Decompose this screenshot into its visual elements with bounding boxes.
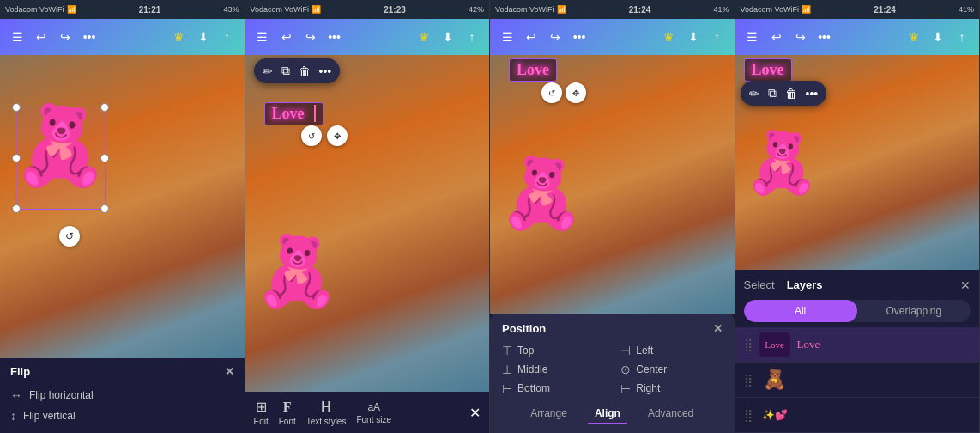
menu-icon-2[interactable]: ☰ xyxy=(254,28,271,46)
share-icon-4[interactable]: ↑ xyxy=(953,28,971,46)
position-left[interactable]: ⊣ Left xyxy=(620,344,722,357)
rotate-handle-1[interactable]: ↺ xyxy=(59,226,80,247)
font-size-button[interactable]: aA Font size xyxy=(356,401,391,424)
redo-icon-3[interactable]: ↪ xyxy=(547,28,564,46)
more-icon-3[interactable]: ••• xyxy=(571,28,588,46)
bear-sticker-3[interactable]: 🧸 xyxy=(499,159,584,228)
download-icon-3[interactable]: ⬇ xyxy=(685,28,702,46)
share-icon-3[interactable]: ↑ xyxy=(709,28,726,46)
tab-advanced[interactable]: Advanced xyxy=(641,404,700,424)
sl-close-button[interactable]: ✕ xyxy=(960,278,971,292)
flip-vertical-label: Flip vertical xyxy=(23,410,76,422)
toolbar-2: ☰ ↩ ↪ ••• ♛ ⬇ ↑ xyxy=(245,19,490,55)
delete-icon-ft[interactable]: 🗑 xyxy=(299,64,311,78)
share-icon-2[interactable]: ↑ xyxy=(463,28,481,46)
position-top[interactable]: ⊤ Top xyxy=(502,344,603,357)
love-text-4[interactable]: Love xyxy=(744,58,792,82)
text-styles-icon: H xyxy=(321,399,331,415)
carrier-2: Vodacom VoWiFi xyxy=(251,5,310,14)
download-icon-2[interactable]: ⬇ xyxy=(439,28,457,46)
copy-icon-ft4[interactable]: ⧉ xyxy=(768,86,777,101)
menu-icon-3[interactable]: ☰ xyxy=(499,28,516,46)
download-icon-1[interactable]: ⬇ xyxy=(195,28,212,46)
edit-icon-ft[interactable]: ✏ xyxy=(263,64,273,78)
delete-icon-ft4[interactable]: 🗑 xyxy=(785,87,797,101)
edit-button[interactable]: ⊞ Edit xyxy=(254,399,269,426)
position-bottom[interactable]: ⊢ Bottom xyxy=(502,381,603,395)
undo-icon-1[interactable]: ↩ xyxy=(33,28,50,46)
handle-br[interactable] xyxy=(100,204,109,213)
flip-vertical-icon: ↕ xyxy=(10,409,16,423)
filter-overlapping[interactable]: Overlapping xyxy=(857,300,971,322)
redo-icon-2[interactable]: ↪ xyxy=(302,28,319,46)
crown-icon-2[interactable]: ♛ xyxy=(415,28,433,46)
position-middle[interactable]: ⊥ Middle xyxy=(502,363,603,376)
font-button[interactable]: F Font xyxy=(279,399,296,426)
download-icon-4[interactable]: ⬇ xyxy=(929,28,947,46)
undo-icon-2[interactable]: ↩ xyxy=(278,28,295,46)
canvas-4[interactable]: Love ✏ ⧉ 🗑 ••• 🧸 xyxy=(735,55,980,270)
tab-align[interactable]: Align xyxy=(588,404,627,424)
share-icon-1[interactable]: ↑ xyxy=(219,28,236,46)
canvas-1[interactable]: 🧸 ↺ xyxy=(0,55,245,358)
edit-icon-ft4[interactable]: ✏ xyxy=(749,87,759,101)
position-close[interactable]: ✕ xyxy=(713,322,723,335)
handle-bl[interactable] xyxy=(12,204,21,213)
love-text-3[interactable]: Love xyxy=(509,58,557,82)
flip-horizontal-item[interactable]: ↔ Flip horizontal xyxy=(10,385,234,406)
layer-item-bear[interactable]: ⣿ 🧸 xyxy=(735,363,980,398)
redo-icon-1[interactable]: ↪ xyxy=(57,28,74,46)
move-handle-3[interactable]: ✥ xyxy=(566,82,586,103)
love-text-cursor xyxy=(310,105,316,122)
love-text-selected[interactable]: Love xyxy=(264,102,324,125)
canvas-3[interactable]: Love ↺ ✥ 🧸 xyxy=(490,55,735,314)
status-right-4: 41% xyxy=(959,5,974,14)
copy-icon-ft[interactable]: ⧉ xyxy=(281,64,290,78)
status-left-4: Vodacom VoWiFi 📶 xyxy=(741,5,812,14)
undo-icon-3[interactable]: ↩ xyxy=(523,28,540,46)
rotate-handle-2[interactable]: ↺ xyxy=(301,125,322,146)
more-icon-1[interactable]: ••• xyxy=(81,28,98,46)
status-left-1: Vodacom VoWiFi 📶 xyxy=(5,5,76,14)
bear-sticker-4[interactable]: 🧸 xyxy=(744,132,819,192)
filter-all[interactable]: All xyxy=(744,300,857,322)
time-3: 21:24 xyxy=(629,5,651,15)
status-right-2: 42% xyxy=(469,5,484,14)
move-handle-2[interactable]: ✥ xyxy=(327,125,348,146)
toolbar-4: ☰ ↩ ↪ ••• ♛ ⬇ ↑ xyxy=(735,19,980,55)
select-layers-panel: Select Layers ✕ All Overlapping ⣿ Love L… xyxy=(735,270,980,433)
more-icon-ft[interactable]: ••• xyxy=(319,64,332,78)
crown-icon-4[interactable]: ♛ xyxy=(905,28,923,46)
position-center[interactable]: ⊙ Center xyxy=(620,363,722,376)
more-icon-ft4[interactable]: ••• xyxy=(806,87,819,101)
flip-horizontal-label: Flip horizontal xyxy=(29,389,94,401)
layer-item-love[interactable]: ⣿ Love Love xyxy=(735,327,980,363)
toolbar-left-4: ☰ ↩ ↪ ••• xyxy=(744,28,833,46)
bear-sticker-2[interactable]: 🧸 xyxy=(254,237,340,306)
more-icon-2[interactable]: ••• xyxy=(326,28,343,46)
menu-icon-4[interactable]: ☰ xyxy=(744,28,761,46)
layer-preview-bear: 🧸 xyxy=(759,368,790,392)
redo-icon-4[interactable]: ↪ xyxy=(792,28,809,46)
text-styles-button[interactable]: H Text styles xyxy=(306,399,347,426)
wifi-icon-1: 📶 xyxy=(67,5,76,14)
bear-sticker-1[interactable]: 🧸 xyxy=(12,107,108,184)
tab-layers[interactable]: Layers xyxy=(787,277,823,293)
toolbar-right-3: ♛ ⬇ ↑ xyxy=(661,28,726,46)
more-icon-4[interactable]: ••• xyxy=(816,28,833,46)
undo-icon-4[interactable]: ↩ xyxy=(768,28,785,46)
tab-select[interactable]: Select xyxy=(744,277,775,293)
flip-horizontal-icon: ↔ xyxy=(10,388,22,402)
crown-icon-3[interactable]: ♛ xyxy=(661,28,678,46)
canvas-2[interactable]: Love ✏ ⧉ 🗑 ••• ↺ ✥ 🧸 xyxy=(245,55,490,392)
status-bar-2: Vodacom VoWiFi 📶 21:23 42% xyxy=(245,0,490,19)
crown-icon-1[interactable]: ♛ xyxy=(171,28,188,46)
position-right[interactable]: ⊢ Right xyxy=(620,381,722,395)
rotate-handle-3[interactable]: ↺ xyxy=(541,82,562,103)
menu-icon-1[interactable]: ☰ xyxy=(9,28,26,46)
edit-bar-close[interactable]: ✕ xyxy=(469,405,481,421)
flip-close[interactable]: ✕ xyxy=(225,365,234,378)
flip-vertical-item[interactable]: ↕ Flip vertical xyxy=(10,406,234,426)
layer-item-sparkle[interactable]: ⣿ ✨💕 xyxy=(735,398,980,433)
tab-arrange[interactable]: Arrange xyxy=(523,404,574,424)
